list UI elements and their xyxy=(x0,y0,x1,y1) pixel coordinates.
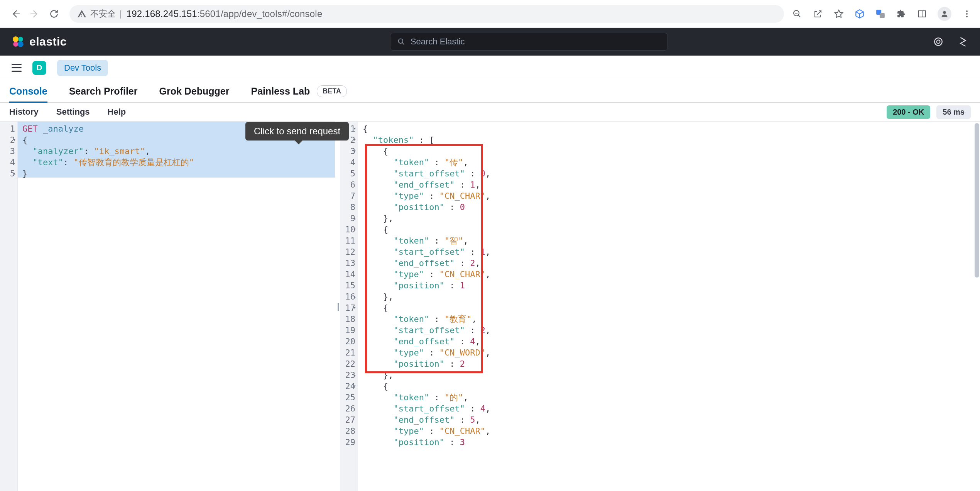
share-icon[interactable] xyxy=(813,8,823,19)
header-right xyxy=(933,36,968,47)
elastic-wordmark: elastic xyxy=(29,35,67,48)
extensions-icon[interactable] xyxy=(896,8,907,19)
send-request-tooltip: Click to send request xyxy=(245,122,349,141)
settings-link[interactable]: Settings xyxy=(56,107,90,117)
response-pane[interactable]: 1▾2▾3▾456789▴10▾111213141516▴17▾18192021… xyxy=(340,122,980,491)
svg-point-12 xyxy=(398,39,403,44)
reload-icon xyxy=(49,9,59,19)
search-icon xyxy=(397,38,405,46)
profile-avatar[interactable] xyxy=(938,7,951,21)
devtools-tabs: Console Search Profiler Grok Debugger Pa… xyxy=(0,80,980,103)
back-button[interactable] xyxy=(8,6,23,22)
sidepanel-icon[interactable] xyxy=(917,8,928,19)
elastic-header: elastic Search Elastic xyxy=(0,28,980,56)
nav-toggle-button[interactable] xyxy=(12,64,22,72)
svg-point-10 xyxy=(13,42,18,47)
cube-icon[interactable] xyxy=(854,8,865,19)
request-pane[interactable]: 12▾345▴ ▶ GET _analyze { "analyzer": "ik… xyxy=(0,122,335,491)
space-letter: D xyxy=(37,63,42,72)
tab-painless-lab[interactable]: Painless Lab xyxy=(251,80,310,102)
kebab-menu-icon[interactable] xyxy=(961,8,972,19)
svg-point-14 xyxy=(937,40,940,44)
browser-actions xyxy=(792,7,972,21)
security-warning: 不安全 | xyxy=(77,8,122,20)
kibana-nav-bar: D Dev Tools xyxy=(0,56,980,80)
search-placeholder: Search Elastic xyxy=(411,37,465,47)
svg-point-11 xyxy=(18,41,24,47)
console-toolbar: History Settings Help 200 - OK 56 ms xyxy=(0,103,980,121)
elastic-logo[interactable]: elastic xyxy=(12,35,67,48)
svg-rect-2 xyxy=(880,13,885,18)
response-gutter: 1▾2▾3▾456789▴10▾111213141516▴17▾18192021… xyxy=(340,122,358,491)
svg-point-5 xyxy=(966,10,968,12)
tab-console[interactable]: Console xyxy=(9,80,47,102)
bookmark-star-icon[interactable] xyxy=(833,8,844,19)
pane-divider[interactable]: || xyxy=(335,122,340,491)
arrow-right-icon xyxy=(30,9,40,19)
drag-handle-icon: || xyxy=(337,301,338,312)
svg-rect-3 xyxy=(919,11,926,17)
person-icon xyxy=(940,10,949,18)
newsfeed-icon[interactable] xyxy=(933,36,944,47)
history-link[interactable]: History xyxy=(9,107,39,117)
svg-point-4 xyxy=(943,11,946,14)
address-bar[interactable]: 不安全 | 192.168.245.151:5601/app/dev_tools… xyxy=(69,5,784,23)
svg-point-7 xyxy=(966,16,968,17)
space-badge[interactable]: D xyxy=(32,61,46,75)
svg-point-6 xyxy=(966,13,968,15)
forward-button[interactable] xyxy=(27,6,42,22)
url-text: 192.168.245.151:5601/app/dev_tools#/cons… xyxy=(127,8,323,19)
tab-search-profiler[interactable]: Search Profiler xyxy=(69,80,138,102)
warning-triangle-icon xyxy=(77,9,86,19)
request-code[interactable]: ▶ GET _analyze { "analyzer": "ik_smart",… xyxy=(18,122,335,491)
help-icon[interactable] xyxy=(958,36,968,47)
breadcrumb-devtools[interactable]: Dev Tools xyxy=(57,60,108,76)
zoom-icon[interactable] xyxy=(792,8,803,19)
arrow-left-icon xyxy=(10,9,20,19)
request-gutter: 12▾345▴ xyxy=(0,122,18,491)
tab-grok-debugger[interactable]: Grok Debugger xyxy=(159,80,229,102)
response-time: 56 ms xyxy=(936,105,971,119)
elastic-logo-icon xyxy=(12,35,25,48)
svg-point-13 xyxy=(934,38,942,46)
translate-icon[interactable] xyxy=(875,8,886,19)
response-code[interactable]: { "tokens" : [ { "token" : "传", "start_o… xyxy=(358,122,980,491)
console-editor: 12▾345▴ ▶ GET _analyze { "analyzer": "ik… xyxy=(0,121,980,491)
reload-button[interactable] xyxy=(46,6,62,22)
help-link[interactable]: Help xyxy=(108,107,126,117)
security-label: 不安全 xyxy=(90,8,116,20)
global-search[interactable]: Search Elastic xyxy=(390,33,668,51)
svg-point-9 xyxy=(18,37,23,42)
url-separator: | xyxy=(120,9,122,19)
response-status: 200 - OK xyxy=(887,105,930,119)
browser-toolbar: 不安全 | 192.168.245.151:5601/app/dev_tools… xyxy=(0,0,980,28)
beta-badge: BETA xyxy=(317,85,347,97)
svg-point-8 xyxy=(13,36,19,42)
